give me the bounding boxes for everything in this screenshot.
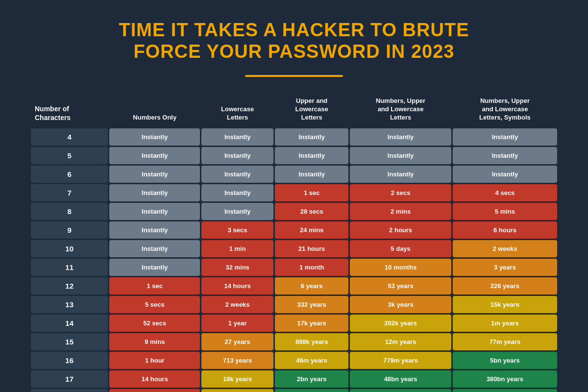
cell-all: 5bn years (453, 352, 557, 369)
cell-num-upper-lower: 2 mins (350, 203, 451, 220)
header-lowercase: LowercaseLetters (201, 92, 273, 127)
cell-chars: 10 (31, 240, 108, 257)
cell-numbers: 1 sec (109, 277, 200, 294)
cell-chars: 7 (31, 184, 108, 201)
cell-chars: 14 (31, 315, 108, 332)
cell-chars: 13 (31, 296, 108, 313)
cell-upper-lower: 332 years (275, 296, 348, 313)
cell-all: 4 secs (453, 184, 557, 201)
cell-numbers: Instantly (109, 184, 200, 201)
table-row: 1714 hours18k years2bn years48bn years38… (31, 370, 557, 388)
cell-upper-lower: Instantly (275, 166, 348, 183)
cell-lowercase: 713 years (201, 352, 273, 369)
cell-upper-lower: 6 years (275, 277, 348, 294)
cell-num-upper-lower: 10 months (350, 259, 451, 276)
cell-num-upper-lower: 2 hours (350, 221, 451, 239)
cell-all: Instantly (453, 128, 557, 146)
password-table: Number ofCharacters Numbers Only Lowerca… (29, 91, 559, 392)
cell-upper-lower: 21 hours (275, 240, 348, 257)
cell-numbers: Instantly (109, 259, 200, 276)
cell-lowercase: Instantly (201, 184, 273, 201)
header-numbers-only: Numbers Only (109, 92, 200, 127)
table-row: 11Instantly32 mins1 month10 months3 year… (31, 259, 557, 276)
header-upper-lower: Upper andLowercaseLetters (275, 92, 348, 127)
cell-num-upper-lower: 12m years (350, 333, 451, 350)
table-row: 7InstantlyInstantly1 sec2 secs4 secs (31, 184, 557, 201)
cell-numbers: 1 hour (109, 352, 200, 369)
cell-chars: 16 (31, 352, 108, 369)
cell-numbers: 5 secs (109, 296, 200, 313)
main-card: TIME IT TAKES A HACKER TO BRUTE FORCE YO… (0, 0, 588, 392)
cell-num-upper-lower: 2tn years (350, 389, 451, 392)
header-all: Numbers, Upperand LowercaseLetters, Symb… (453, 92, 557, 127)
cell-num-upper-lower: Instantly (350, 128, 451, 146)
table-row: 9Instantly3 secs24 mins2 hours6 hours (31, 221, 557, 239)
cell-numbers: 6 days (109, 389, 200, 392)
cell-chars: 6 (31, 166, 108, 183)
cell-upper-lower: Instantly (275, 147, 348, 164)
cell-num-upper-lower: 48bn years (350, 370, 451, 388)
cell-all: 1m years (453, 315, 557, 332)
cell-upper-lower: 1 sec (275, 184, 348, 201)
table-row: 6InstantlyInstantlyInstantlyInstantlyIns… (31, 166, 557, 183)
table-row: 8InstantlyInstantly28 secs2 mins5 mins (31, 203, 557, 220)
title-line1: TIME IT TAKES A HACKER TO BRUTE (119, 20, 469, 40)
cell-numbers: Instantly (109, 240, 200, 257)
cell-numbers: 52 secs (109, 315, 200, 332)
cell-numbers: Instantly (109, 147, 200, 164)
cell-lowercase: 1 year (201, 315, 273, 332)
cell-num-upper-lower: 53 years (350, 277, 451, 294)
cell-upper-lower: 1 month (275, 259, 348, 276)
cell-upper-lower: 28 secs (275, 203, 348, 220)
cell-chars: 4 (31, 128, 108, 146)
cell-all: 77m years (453, 333, 557, 350)
cell-all: Instantly (453, 166, 557, 183)
cell-chars: 15 (31, 333, 108, 350)
title-line2-prefix: FORCE YOUR PASSWORD IN (134, 41, 411, 62)
cell-numbers: Instantly (109, 203, 200, 220)
cell-num-upper-lower: 202k years (350, 315, 451, 332)
cell-numbers: Instantly (109, 166, 200, 183)
header-num-upper-lower: Numbers, Upperand LowercaseLetters (350, 92, 451, 127)
table-row: 121 sec14 hours6 years53 years226 years (31, 277, 557, 294)
cell-lowercase: 32 mins (201, 259, 273, 276)
cell-chars: 11 (31, 259, 108, 276)
table-row: 4InstantlyInstantlyInstantlyInstantlyIns… (31, 128, 557, 146)
cell-all: 5 mins (453, 203, 557, 220)
cell-all: 2 weeks (453, 240, 557, 257)
table-row: 10Instantly1 min21 hours5 days2 weeks (31, 240, 557, 257)
cell-lowercase: 481k years (201, 389, 273, 392)
cell-chars: 17 (31, 370, 108, 388)
cell-lowercase: 18k years (201, 370, 273, 388)
cell-upper-lower: 46m years (275, 352, 348, 369)
cell-upper-lower: 2bn years (275, 370, 348, 388)
cell-lowercase: Instantly (201, 166, 273, 183)
cell-num-upper-lower: 2 secs (350, 184, 451, 201)
cell-num-upper-lower: 779m years (350, 352, 451, 369)
cell-chars: 12 (31, 277, 108, 294)
cell-chars: 5 (31, 147, 108, 164)
cell-lowercase: Instantly (201, 128, 273, 146)
table-row: 1452 secs1 year17k years202k years1m yea… (31, 315, 557, 332)
cell-all: 15k years (453, 296, 557, 313)
table-row: 161 hour713 years46m years779m years5bn … (31, 352, 557, 369)
header-chars: Number ofCharacters (31, 92, 108, 127)
cell-all: 226 years (453, 277, 557, 294)
cell-upper-lower: 898k years (275, 333, 348, 350)
cell-lowercase: Instantly (201, 147, 273, 164)
cell-upper-lower: 126bn years (275, 389, 348, 392)
title-year: 2023 (411, 41, 455, 62)
cell-lowercase: Instantly (201, 203, 273, 220)
table-row: 186 days481k years126bn years2tn years26… (31, 389, 557, 392)
cell-numbers: Instantly (109, 128, 200, 146)
cell-numbers: 9 mins (109, 333, 200, 350)
cell-lowercase: 14 hours (201, 277, 273, 294)
table-row: 159 mins27 years898k years12m years77m y… (31, 333, 557, 350)
cell-chars: 18 (31, 389, 108, 392)
page-title: TIME IT TAKES A HACKER TO BRUTE FORCE YO… (119, 20, 469, 62)
cell-all: 6 hours (453, 221, 557, 239)
cell-all: Instantly (453, 147, 557, 164)
cell-chars: 8 (31, 203, 108, 220)
cell-numbers: 14 hours (109, 370, 200, 388)
cell-num-upper-lower: Instantly (350, 147, 451, 164)
